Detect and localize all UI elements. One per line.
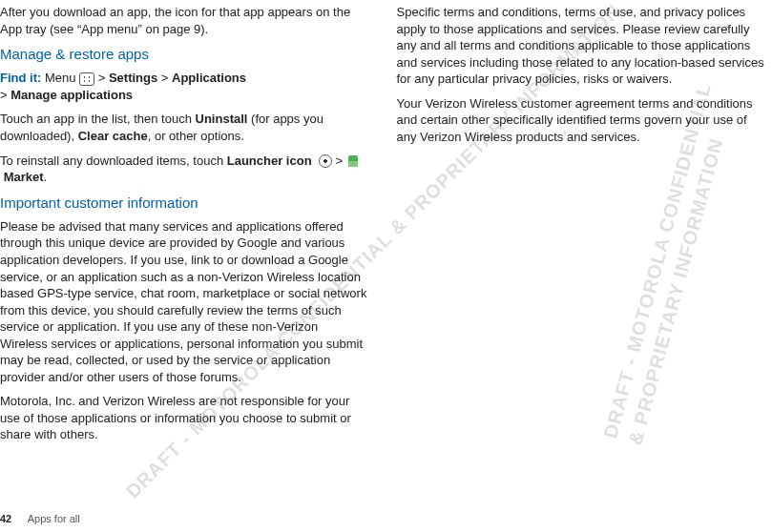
page-footer: 42 Apps for all (0, 512, 80, 526)
heading-customer-info: Important customer information (0, 194, 368, 213)
findit-line2-sep: > (0, 88, 10, 102)
terms-paragraph-2: Your Verizon Wireless customer agreement… (397, 95, 765, 146)
clear-cache-word: Clear cache (78, 129, 148, 143)
market-bag-icon (346, 155, 360, 167)
find-it-line: Find it: Menu > Settings > Applications … (0, 70, 368, 103)
page-number: 42 (0, 513, 11, 524)
find-it-label: Find it: (0, 71, 41, 85)
terms-paragraph-1: Specific terms and conditions, terms of … (397, 4, 765, 88)
para3-end: . (44, 170, 48, 184)
footer-title: Apps for all (28, 513, 80, 524)
uninstall-word: Uninstall (196, 112, 248, 126)
findit-manage-apps: Manage applications (10, 88, 133, 102)
menu-grid-icon (79, 72, 94, 86)
para2-a: Touch an app in the list, then touch (0, 112, 196, 126)
launcher-icon-word: Launcher icon (227, 153, 312, 168)
customer-info-paragraph: Please be advised that many services and… (0, 218, 368, 385)
reinstall-paragraph: To reinstall any downloaded items, touch… (0, 153, 368, 186)
findit-sep2: > (157, 71, 172, 85)
heading-manage-restore: Manage & restore apps (0, 45, 368, 64)
market-word: Market (4, 170, 44, 184)
launcher-circle-icon (319, 154, 332, 168)
para2-c: , or other options. (148, 129, 244, 143)
para3-a: To reinstall any downloaded items, touch (0, 153, 227, 168)
right-column: Specific terms and conditions, terms of … (397, 4, 765, 451)
left-column: After you download an app, the icon for … (0, 4, 368, 451)
findit-applications: Applications (172, 71, 246, 85)
findit-sep1: > (94, 71, 109, 85)
intro-paragraph: After you download an app, the icon for … (0, 4, 368, 37)
responsibility-paragraph: Motorola, Inc. and Verizon Wireless are … (0, 393, 368, 443)
page-columns: After you download an app, the icon for … (0, 0, 772, 451)
findit-settings: Settings (109, 71, 157, 85)
find-it-menu-text: Menu (41, 71, 79, 85)
uninstall-paragraph: Touch an app in the list, then touch Uni… (0, 111, 368, 144)
para3-sep1: > (332, 153, 346, 168)
